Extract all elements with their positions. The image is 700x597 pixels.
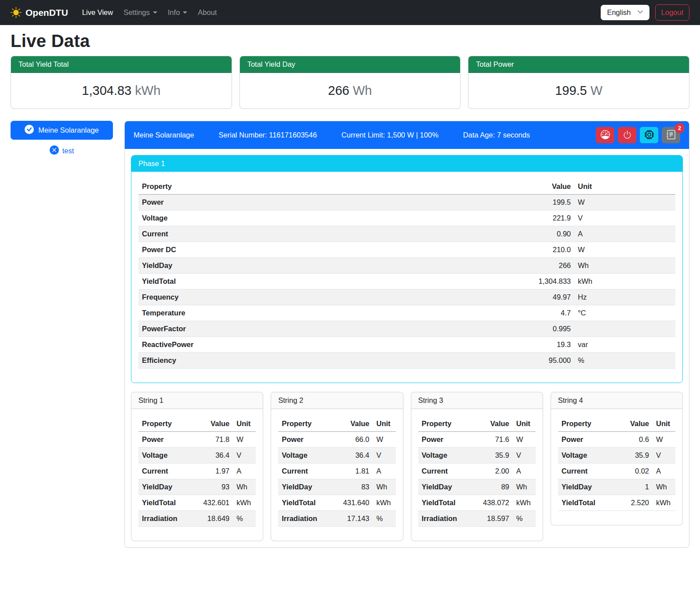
phase-table: Property Value Unit Power199.5WVoltage22… [138, 179, 675, 369]
power-settings-button[interactable] [618, 127, 636, 143]
unit-cell: W [574, 242, 675, 258]
value-cell: 4.7 [399, 305, 574, 321]
value-cell: 1 [616, 479, 653, 495]
property-cell: Temperature [138, 305, 399, 321]
column-header-unit: Unit [653, 416, 675, 432]
card-value: 199.5 [555, 83, 587, 98]
value-cell: 210.0 [399, 242, 574, 258]
device-info-button[interactable] [640, 127, 658, 143]
unit-cell: V [373, 448, 396, 463]
unit-cell: var [574, 337, 675, 353]
unit-cell: Wh [373, 479, 396, 495]
table-header-row: Property Value Unit [138, 179, 675, 195]
property-cell: Current [558, 463, 616, 479]
page-title: Live Data [11, 31, 689, 51]
inverter-select-button[interactable]: Meine Solaranlage [11, 121, 113, 140]
limit-settings-button[interactable] [596, 127, 614, 143]
property-cell: Voltage [558, 448, 616, 463]
strings-grid: String 1 Property Value Unit Power71.8WV… [131, 392, 683, 541]
card-value: 1,304.83 [82, 83, 131, 98]
inverter-card: Meine Solaranlage Serial Number: 1161716… [124, 121, 689, 548]
nav-item-live-view[interactable]: Live View [77, 5, 118, 20]
value-cell: 18.597 [471, 511, 513, 527]
nav-links: Live View Settings Info About [77, 5, 222, 20]
unit-cell: Wh [653, 479, 675, 495]
unit-cell: Wh [513, 479, 536, 495]
value-cell: 1.97 [192, 463, 233, 479]
top-navbar: OpenDTU Live View Settings Info About En… [0, 0, 700, 25]
inverter-sidebar: Meine Solaranlage test [11, 121, 113, 156]
property-cell: Frequency [138, 289, 399, 305]
table-row: Voltage36.4V [278, 448, 395, 463]
value-cell: 199.5 [399, 195, 574, 210]
column-header-unit: Unit [574, 179, 675, 195]
string-card: String 2 Property Value Unit Power66.0WV… [271, 392, 403, 541]
value-cell: 93 [192, 479, 233, 495]
value-cell: 2.00 [471, 463, 513, 479]
property-cell: Voltage [138, 448, 192, 463]
event-log-button[interactable]: 2 [662, 127, 680, 143]
summary-row: Total Yield Total 1,304.83 kWh Total Yie… [11, 56, 689, 109]
language-select[interactable]: English [601, 5, 649, 20]
column-header-property: Property [278, 416, 331, 432]
unit-cell: kWh [513, 495, 536, 511]
table-header-row: Property Value Unit [418, 416, 536, 432]
column-header-value: Value [192, 416, 233, 432]
table-header-row: Property Value Unit [558, 416, 675, 432]
table-row: YieldDay1Wh [558, 479, 675, 495]
unit-cell [574, 321, 675, 337]
value-cell: 0.995 [399, 321, 574, 337]
inverter-item-test[interactable]: test [11, 145, 113, 156]
nav-item-settings[interactable]: Settings [118, 5, 163, 20]
unit-cell: V [513, 448, 536, 463]
string-card-title: String 2 [271, 392, 403, 409]
dropdown-caret-icon [183, 11, 187, 14]
string-table: Property Value Unit Power71.8WVoltage36.… [138, 416, 256, 527]
unit-cell: A [233, 463, 256, 479]
table-row: Power DC210.0W [138, 242, 675, 258]
unit-cell: % [513, 511, 536, 527]
table-row: Irradiation18.597% [418, 511, 536, 527]
table-row: Current0.02A [558, 463, 675, 479]
table-row: YieldTotal431.640kWh [278, 495, 395, 511]
property-cell: YieldDay [138, 258, 399, 274]
table-row: YieldDay266Wh [138, 258, 675, 274]
value-cell: 431.640 [331, 495, 373, 511]
column-header-property: Property [418, 416, 472, 432]
property-cell: YieldTotal [278, 495, 331, 511]
value-cell: 2.520 [616, 495, 653, 511]
column-header-value: Value [471, 416, 513, 432]
table-row: Current2.00A [418, 463, 536, 479]
value-cell: 35.9 [616, 448, 653, 463]
column-header-value: Value [399, 179, 574, 195]
table-row: Power199.5W [138, 195, 675, 210]
unit-cell: W [513, 432, 536, 448]
unit-cell: W [233, 432, 256, 448]
page-container: Live Data Total Yield Total 1,304.83 kWh… [0, 31, 700, 561]
string-card: String 4 Property Value Unit Power0.6WVo… [551, 392, 683, 525]
table-row: Power71.6W [418, 432, 536, 448]
unit-cell: Hz [574, 289, 675, 305]
string-table: Property Value Unit Power0.6WVoltage35.9… [558, 416, 675, 511]
property-cell: YieldTotal [138, 495, 192, 511]
brand[interactable]: OpenDTU [11, 7, 68, 18]
table-row: YieldTotal438.072kWh [418, 495, 536, 511]
total-power-card: Total Power 199.5 W [468, 56, 689, 109]
value-cell: 0.02 [616, 463, 653, 479]
unit-cell: A [373, 463, 396, 479]
value-cell: 35.9 [471, 448, 513, 463]
check-circle-icon [25, 125, 34, 136]
property-cell: YieldDay [418, 479, 472, 495]
table-row: Current1.97A [138, 463, 256, 479]
value-cell: 36.4 [331, 448, 373, 463]
inverter-card-header: Meine Solaranlage Serial Number: 1161716… [125, 121, 689, 149]
logout-button[interactable]: Logout [655, 4, 689, 21]
nav-item-info[interactable]: Info [163, 5, 193, 20]
nav-item-about[interactable]: About [192, 5, 222, 20]
inverter-item-label: test [62, 147, 74, 155]
unit-cell: W [373, 432, 396, 448]
brand-label: OpenDTU [25, 7, 68, 18]
speedometer-icon [601, 130, 610, 141]
power-icon [623, 130, 632, 141]
table-row: YieldDay83Wh [278, 479, 395, 495]
